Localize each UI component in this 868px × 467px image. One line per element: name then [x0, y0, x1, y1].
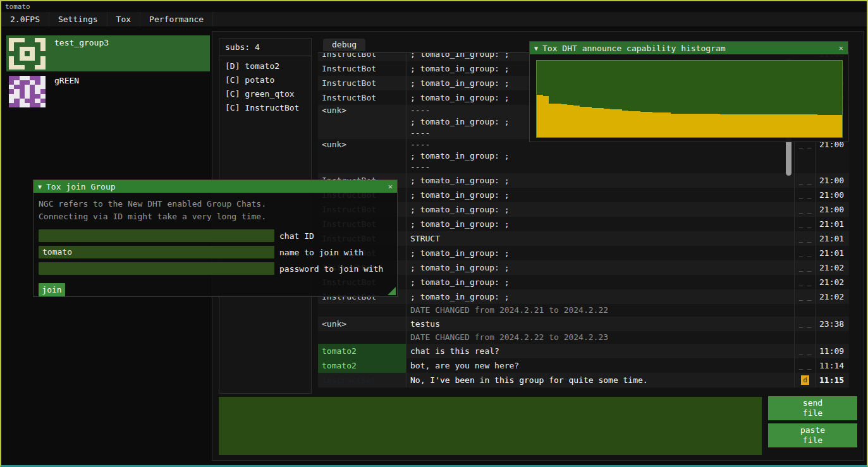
close-icon[interactable]: ✕	[388, 182, 393, 191]
collapse-arrow-icon[interactable]: ▼	[534, 45, 538, 52]
member-item-c-instructbot[interactable]: [C] InstructBot	[219, 101, 311, 115]
avatar-pixel	[30, 65, 35, 70]
chat-row-flags[interactable]: _ _	[795, 202, 816, 217]
chat-row: InstructBot; tomato_in_group: ;_ _21:02	[318, 260, 849, 275]
chat-row-flags[interactable]: _ _	[795, 246, 816, 260]
chat-row-name: InstructBot	[318, 61, 406, 76]
chat-message: ; tomato_in_group: ;	[406, 260, 795, 275]
member-item-d-tomato2[interactable]: [D] tomato2	[219, 59, 311, 73]
histogram-bar	[616, 109, 623, 137]
group-item-test-group3[interactable]: test_group3	[6, 35, 210, 71]
resize-grip[interactable]	[388, 287, 396, 295]
send-file-button[interactable]: send file	[768, 396, 857, 420]
chat-row-flags[interactable]: _ _	[795, 217, 816, 231]
chat-row-flags[interactable]: _ _	[795, 344, 816, 358]
histogram-bar	[695, 114, 702, 138]
window-titlebar[interactable]: tomato	[1, 1, 867, 12]
chat-row: InstructBot; tomato_in_group: ;_ _21:01	[318, 217, 849, 231]
avatar-pixel	[35, 65, 40, 70]
histogram-bar	[567, 105, 573, 137]
avatar-pixel	[14, 42, 19, 47]
chat-row: InstructBot; tomato_in_group: ;_ _21:02	[318, 289, 849, 304]
members-header: subs: 4	[219, 42, 311, 56]
histogram-bar	[817, 115, 824, 137]
close-icon[interactable]: ✕	[839, 44, 843, 52]
input-name-to-join-with[interactable]: tomato	[39, 246, 274, 258]
chat-row-flags[interactable]: d	[795, 373, 816, 387]
chat-row-flags[interactable]: _ _	[795, 289, 816, 304]
histogram-titlebar[interactable]: ▼ Tox DHT announce capability histogram …	[530, 42, 848, 54]
avatar-pixel	[30, 99, 35, 103]
avatar-pixel	[20, 103, 25, 107]
avatar-pixel	[20, 61, 25, 65]
histogram-bar	[671, 114, 677, 138]
chat-row-name: InstructBot	[318, 53, 406, 61]
chat-row-flags[interactable]: _ _	[795, 231, 816, 246]
paste-file-button[interactable]: paste file	[768, 423, 857, 447]
member-item-c-potato[interactable]: [C] potato	[219, 73, 311, 87]
chat-row-flags[interactable]: _ _	[795, 188, 816, 202]
avatar-pixel	[14, 56, 19, 61]
avatar-pixel	[25, 38, 30, 42]
histogram-bar	[677, 114, 683, 138]
field-row-chat-id: chat ID	[39, 229, 392, 242]
avatar-pixel	[30, 85, 35, 89]
chat-row-system: DATE CHANGED from 2024.2.22 to 2024.2.23	[318, 331, 849, 344]
input-password-to-join-with[interactable]	[39, 262, 274, 275]
chat-row-time: 21:00	[816, 173, 848, 188]
chat-row-flags[interactable]: _ _	[795, 139, 816, 173]
histogram-title: Tox DHT announce capability histogram	[542, 44, 834, 53]
chat-row-system: DATE CHANGED from 2024.2.21 to 2024.2.22	[318, 304, 849, 317]
menu-bar: 2.0FPSSettingsToxPerformance	[1, 12, 867, 27]
avatar-pixel	[9, 47, 14, 51]
message-input[interactable]	[219, 397, 762, 455]
chat-row-flags[interactable]: _ _	[795, 317, 816, 331]
avatar-pixel	[25, 103, 30, 107]
group-avatar	[9, 76, 46, 107]
join-button[interactable]: join	[39, 283, 65, 296]
collapse-arrow-icon[interactable]: ▼	[38, 183, 42, 190]
avatar-pixel	[20, 65, 25, 70]
histogram-bar	[647, 112, 653, 137]
avatar-pixel	[14, 38, 19, 42]
member-list: [D] tomato2[C] potato[C] green_qtox[C] I…	[219, 59, 311, 115]
menu-item-settings[interactable]: Settings	[49, 12, 107, 27]
avatar-pixel	[40, 47, 46, 51]
chat-row-time: 21:00	[816, 202, 848, 217]
avatar-pixel	[25, 85, 30, 89]
chat-row-flags[interactable]: _ _	[795, 275, 816, 289]
avatar-pixel	[30, 47, 35, 51]
avatar-pixel	[35, 103, 40, 107]
avatar-pixel	[35, 85, 40, 89]
avatar-pixel	[14, 99, 19, 103]
histogram-bar	[592, 108, 598, 137]
avatar-pixel	[35, 51, 40, 56]
histogram-bar	[555, 104, 561, 137]
group-name: gREEN	[54, 76, 79, 109]
chat-row-flags[interactable]: _ _	[795, 173, 816, 188]
menu-item-tox[interactable]: Tox	[107, 12, 140, 27]
group-avatar	[9, 38, 46, 70]
chat-row-time: 21:01	[816, 231, 848, 246]
group-item-green[interactable]: gREEN	[6, 73, 210, 109]
histogram-bar	[707, 114, 714, 138]
avatar-pixel	[25, 80, 30, 85]
tab-debug[interactable]: debug	[323, 39, 365, 51]
histogram-bar	[610, 109, 616, 137]
avatar-pixel	[20, 80, 25, 85]
avatar-pixel	[30, 89, 35, 94]
chat-row: <unk>---- ; tomato_in_group: ; ----_ _21…	[318, 139, 849, 173]
avatar-pixel	[30, 51, 35, 56]
join-group-titlebar[interactable]: ▼ Tox join Group ✕	[34, 180, 397, 193]
menu-item-performance[interactable]: Performance	[140, 12, 213, 27]
chat-row-flags[interactable]: _ _	[795, 358, 816, 373]
chat-row-time: 21:02	[816, 289, 848, 304]
input-chat-id[interactable]	[39, 229, 274, 242]
chat-row-flags[interactable]: _ _	[795, 260, 816, 275]
chat-message: ; tomato_in_group: ;	[406, 275, 795, 289]
chat-row-name: InstructBot	[318, 76, 406, 90]
member-item-c-green-qtox[interactable]: [C] green_qtox	[219, 87, 311, 101]
avatar-pixel	[20, 56, 25, 61]
histogram-bar	[628, 111, 635, 137]
histogram-bar	[585, 107, 592, 137]
